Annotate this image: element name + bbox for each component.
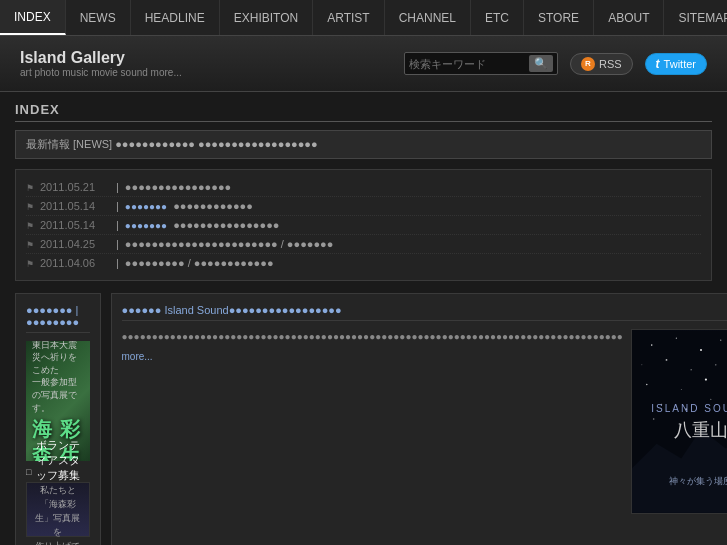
nav-store[interactable]: STORE bbox=[524, 0, 594, 35]
nav-index[interactable]: INDEX bbox=[0, 0, 66, 35]
news-date: 2011.04.06 bbox=[40, 257, 110, 269]
news-date: 2011.05.21 bbox=[40, 181, 110, 193]
svg-point-7 bbox=[665, 359, 667, 361]
news-list: ⚑ 2011.05.21 | ●●●●●●●●●●●●●●●● ⚑ 2011.0… bbox=[15, 169, 712, 281]
svg-point-2 bbox=[676, 338, 677, 339]
news-separator: | bbox=[116, 238, 119, 250]
news-text: ●●●●●●●●●●●● bbox=[173, 200, 253, 212]
album-title: 八重山 bbox=[651, 418, 727, 442]
svg-point-1 bbox=[651, 344, 653, 346]
news-date: 2011.04.25 bbox=[40, 238, 110, 250]
album-cover: ISLAND SOUND 八重山 神々が集う場所 bbox=[631, 329, 727, 514]
news-item: ⚑ 2011.05.21 | ●●●●●●●●●●●●●●●● bbox=[26, 178, 701, 197]
svg-point-4 bbox=[720, 339, 721, 340]
site-header: Island Gallery art photo music movie sou… bbox=[0, 36, 727, 92]
nav-exhibiton[interactable]: EXHIBITON bbox=[220, 0, 313, 35]
volunteer-banner: ボランティアスタッフ募集私たちと「海森彩生」写真展を作り上げてみませんか？ bbox=[26, 482, 90, 537]
news-item: ⚑ 2011.04.25 | ●●●●●●●●●●●●●●●●●●●●●●● /… bbox=[26, 235, 701, 254]
news-date: 2011.05.14 bbox=[40, 200, 110, 212]
content-grid: ●●●●●●● | ●●●●●●●● この夏、明治神宮で開催する東日本大震災へ祈… bbox=[15, 293, 712, 545]
album-caption: 神々が集う場所 bbox=[632, 475, 727, 488]
news-text: ●●●●●●●●●●●●●●●● bbox=[125, 181, 231, 193]
svg-point-3 bbox=[700, 349, 702, 351]
search-input[interactable] bbox=[409, 58, 529, 70]
right-box-title[interactable]: ●●●●●● Island Sound●●●●●●●●●●●●●●●●● bbox=[122, 304, 727, 321]
main-nav: INDEX NEWS HEADLINE EXHIBITON ARTIST CHA… bbox=[0, 0, 727, 36]
more-link[interactable]: more... bbox=[122, 351, 153, 362]
news-date: 2011.05.14 bbox=[40, 219, 110, 231]
news-item: ⚑ 2011.05.14 | ●●●●●●● ●●●●●●●●●●●● bbox=[26, 197, 701, 216]
twitter-label: Twitter bbox=[664, 58, 696, 70]
nav-about[interactable]: ABOUT bbox=[594, 0, 664, 35]
right-box-content: ●●●●●●●●●●●●●●●●●●●●●●●●●●●●●●●●●●●●●●●●… bbox=[122, 329, 727, 514]
nav-etc[interactable]: ETC bbox=[471, 0, 524, 35]
left-content-box: ●●●●●●● | ●●●●●●●● この夏、明治神宮で開催する東日本大震災へ祈… bbox=[15, 293, 101, 545]
bullet-icon: ⚑ bbox=[26, 259, 34, 269]
main-content: INDEX 最新情報 [NEWS] ●●●●●●●●●●●● ●●●●●●●●●… bbox=[0, 92, 727, 545]
news-text: ●●●●●●●●●●●●●●●●●●●●●●● / ●●●●●●● bbox=[125, 238, 334, 250]
news-text: ●●●●●●●●● / ●●●●●●●●●●●● bbox=[125, 257, 274, 269]
svg-point-9 bbox=[715, 364, 716, 365]
left-box-title[interactable]: ●●●●●●● | ●●●●●●●● bbox=[26, 304, 90, 333]
svg-point-13 bbox=[681, 389, 682, 390]
nav-sitemap[interactable]: SITEMAP bbox=[664, 0, 727, 35]
news-item: ⚑ 2011.05.14 | ●●●●●●● ●●●●●●●●●●●●●●●● bbox=[26, 216, 701, 235]
album-info: ISLAND SOUND 八重山 bbox=[646, 393, 727, 450]
bullet-icon: ⚑ bbox=[26, 183, 34, 193]
news-separator: | bbox=[116, 181, 119, 193]
bullet-icon: ⚑ bbox=[26, 202, 34, 212]
right-box-text-area: ●●●●●●●●●●●●●●●●●●●●●●●●●●●●●●●●●●●●●●●●… bbox=[122, 329, 623, 514]
nav-news[interactable]: NEWS bbox=[66, 0, 131, 35]
svg-point-6 bbox=[641, 364, 642, 365]
news-band: 最新情報 [NEWS] ●●●●●●●●●●●● ●●●●●●●●●●●●●●●… bbox=[15, 130, 712, 159]
news-tag: ●●●●●●● bbox=[125, 201, 167, 212]
site-subtitle: art photo music movie sound more... bbox=[20, 67, 182, 78]
nav-channel[interactable]: CHANNEL bbox=[385, 0, 471, 35]
site-branding: Island Gallery art photo music movie sou… bbox=[20, 49, 182, 78]
twitter-icon: t bbox=[656, 57, 660, 71]
news-separator: | bbox=[116, 219, 119, 231]
header-right: 🔍 R RSS t Twitter bbox=[404, 52, 707, 75]
section-title: INDEX bbox=[15, 102, 712, 122]
svg-point-8 bbox=[690, 369, 691, 370]
svg-point-12 bbox=[646, 384, 647, 385]
bullet-icon: ⚑ bbox=[26, 240, 34, 250]
rss-icon: R bbox=[581, 57, 595, 71]
search-button[interactable]: 🔍 bbox=[529, 55, 553, 72]
rss-label: RSS bbox=[599, 58, 622, 70]
news-separator: | bbox=[116, 200, 119, 212]
twitter-button[interactable]: t Twitter bbox=[645, 53, 707, 75]
bullet-icon: ⚑ bbox=[26, 221, 34, 231]
nav-artist[interactable]: ARTIST bbox=[313, 0, 384, 35]
news-separator: | bbox=[116, 257, 119, 269]
volunteer-text: ボランティアスタッフ募集私たちと「海森彩生」写真展を作り上げてみませんか？ bbox=[27, 434, 89, 545]
search-box: 🔍 bbox=[404, 52, 558, 75]
image-description: この夏、明治神宮で開催する東日本大震災へ祈りをこめた一般参加型の写真展です。 bbox=[32, 341, 84, 414]
album-logo: ISLAND SOUND bbox=[651, 403, 727, 414]
album-caption-area: 神々が集う場所 bbox=[632, 475, 727, 488]
nav-headline[interactable]: HEADLINE bbox=[131, 0, 220, 35]
rss-button[interactable]: R RSS bbox=[570, 53, 633, 75]
site-title: Island Gallery bbox=[20, 49, 182, 67]
svg-point-14 bbox=[705, 379, 707, 381]
right-box-body: ●●●●●●●●●●●●●●●●●●●●●●●●●●●●●●●●●●●●●●●●… bbox=[122, 329, 623, 344]
news-item: ⚑ 2011.04.06 | ●●●●●●●●● / ●●●●●●●●●●●● bbox=[26, 254, 701, 272]
news-tag: ●●●●●●● bbox=[125, 220, 167, 231]
news-text: ●●●●●●●●●●●●●●●● bbox=[173, 219, 279, 231]
right-content-box: ●●●●●● Island Sound●●●●●●●●●●●●●●●●● ●●●… bbox=[111, 293, 727, 545]
